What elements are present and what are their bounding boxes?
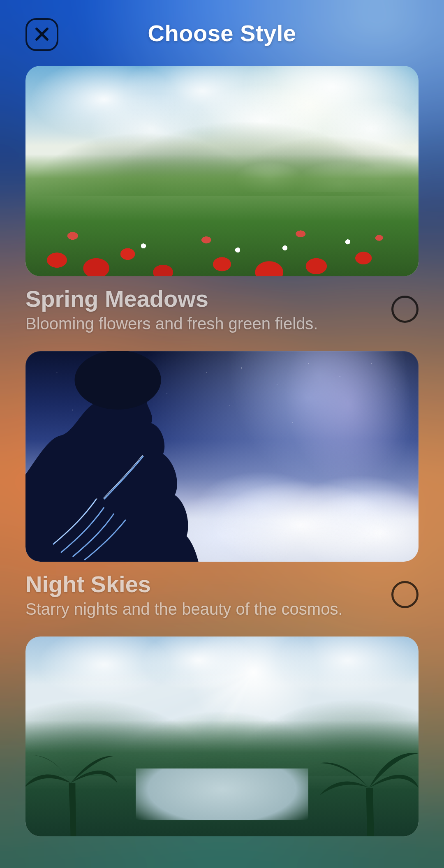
style-row: Night Skies Starry nights and the beauty… <box>25 571 419 618</box>
style-row: Spring Meadows Blooming flowers and fres… <box>25 285 419 333</box>
style-thumb-spring-meadows[interactable] <box>25 66 419 276</box>
style-title: Spring Meadows <box>25 285 318 312</box>
style-card-spring-meadows[interactable]: Spring Meadows Blooming flowers and fres… <box>25 66 419 333</box>
close-icon <box>33 25 51 44</box>
style-description: Blooming flowers and fresh green fields. <box>25 315 318 333</box>
style-thumb-night-skies[interactable] <box>25 351 419 562</box>
content: Choose Style Spring Meadows Blooming flo… <box>0 0 444 868</box>
page-title: Choose Style <box>148 20 296 46</box>
thumb-lake <box>136 768 309 820</box>
thumb-rocks <box>25 351 242 562</box>
style-card-tropical-valley[interactable] <box>25 637 419 836</box>
style-card-night-skies[interactable]: Night Skies Starry nights and the beauty… <box>25 351 419 618</box>
style-text: Night Skies Starry nights and the beauty… <box>25 571 343 618</box>
style-thumb-tropical-valley[interactable] <box>25 637 419 836</box>
style-list[interactable]: Spring Meadows Blooming flowers and fres… <box>25 66 419 836</box>
style-title: Night Skies <box>25 571 343 597</box>
svg-point-0 <box>74 351 161 410</box>
thumb-flowers <box>25 175 419 276</box>
style-text: Spring Meadows Blooming flowers and fres… <box>25 285 318 333</box>
style-description: Starry nights and the beauty of the cosm… <box>25 600 343 618</box>
close-button[interactable] <box>25 18 58 51</box>
screen: Choose Style Spring Meadows Blooming flo… <box>0 0 444 868</box>
style-radio-night-skies[interactable] <box>391 581 419 608</box>
style-radio-spring-meadows[interactable] <box>391 296 419 323</box>
header: Choose Style <box>25 0 419 66</box>
